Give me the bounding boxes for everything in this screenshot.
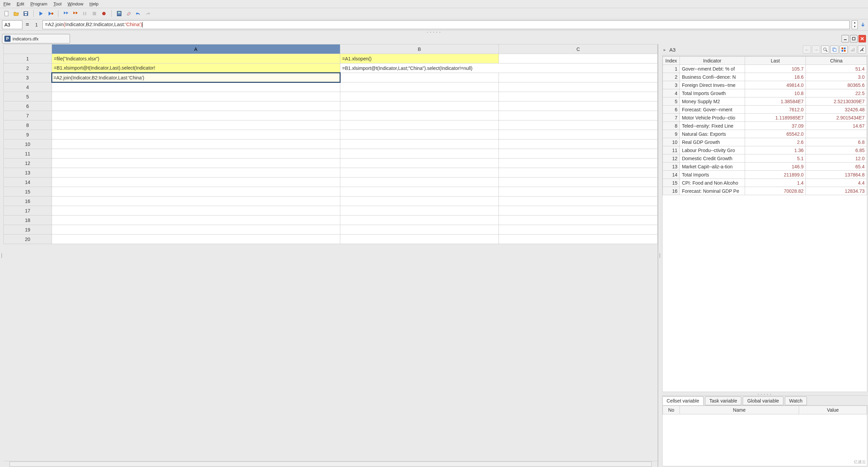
result-last-cell[interactable]: 1.38584E7 bbox=[745, 97, 806, 106]
menu-edit[interactable]: Edit bbox=[17, 1, 24, 6]
grid-cell[interactable] bbox=[499, 120, 658, 130]
result-table[interactable]: IndexIndicatorLastChina 1 Gover--nment D… bbox=[663, 56, 867, 195]
result-china-cell[interactable]: 2.9015434E7 bbox=[806, 114, 867, 122]
grid-cell[interactable] bbox=[52, 130, 340, 139]
row-header[interactable]: 10 bbox=[4, 139, 52, 149]
row-header[interactable]: 17 bbox=[4, 206, 52, 216]
result-china-cell[interactable]: 14.67 bbox=[806, 122, 867, 130]
step-over-icon[interactable] bbox=[62, 10, 69, 17]
row-header[interactable]: 6 bbox=[4, 101, 52, 111]
debug-run-icon[interactable] bbox=[47, 10, 54, 17]
grid-cell[interactable] bbox=[52, 235, 340, 244]
new-file-icon[interactable] bbox=[3, 10, 10, 17]
open-file-icon[interactable] bbox=[13, 10, 20, 17]
grid-cell[interactable]: =B1.xlsimport@t(Indicator,Last;"China").… bbox=[340, 63, 657, 73]
grid-cell[interactable] bbox=[340, 197, 499, 206]
step-into-icon[interactable] bbox=[72, 10, 79, 17]
result-last-cell[interactable]: 49814.0 bbox=[745, 81, 806, 89]
row-header[interactable]: 7 bbox=[4, 111, 52, 120]
grid-corner[interactable] bbox=[4, 44, 52, 54]
grid-cell[interactable] bbox=[499, 216, 658, 225]
result-index-cell[interactable]: 16 bbox=[663, 187, 680, 195]
expand-formula-icon[interactable] bbox=[860, 21, 866, 29]
spinner-down-icon[interactable]: ▼ bbox=[852, 25, 857, 29]
maximize-button[interactable] bbox=[850, 35, 857, 42]
nav-forward-button[interactable]: → bbox=[812, 45, 820, 54]
result-indicator-cell[interactable]: Domestic Credit Growth bbox=[680, 154, 745, 163]
result-last-cell[interactable]: 65542.0 bbox=[745, 130, 806, 138]
row-header[interactable]: 5 bbox=[4, 92, 52, 101]
result-indicator-cell[interactable]: Forecast: Nominal GDP Pe bbox=[680, 187, 745, 195]
grid-cell[interactable] bbox=[499, 158, 658, 168]
grid-cell[interactable] bbox=[340, 178, 499, 187]
grid-cell[interactable] bbox=[499, 139, 658, 149]
row-header[interactable]: 16 bbox=[4, 197, 52, 206]
row-header[interactable]: 18 bbox=[4, 216, 52, 225]
grid-cell[interactable]: =A2.join(Indicator,B2:Indicator,Last:'Ch… bbox=[52, 73, 340, 82]
expand-result-icon[interactable]: ▸ bbox=[664, 47, 666, 52]
result-index-cell[interactable]: 9 bbox=[663, 130, 680, 138]
grid-cell[interactable] bbox=[499, 235, 658, 244]
result-last-cell[interactable]: 1.1189985E7 bbox=[745, 114, 806, 122]
formula-input[interactable]: =A2.join(Indicator,B2:Indicator,Last:'Ch… bbox=[42, 20, 850, 29]
grid-cell[interactable] bbox=[499, 54, 658, 63]
row-header[interactable]: 20 bbox=[4, 235, 52, 244]
grid-cell[interactable]: =B1.xlsimport@t(Indicator,Last).select(I… bbox=[52, 63, 340, 73]
result-index-cell[interactable]: 10 bbox=[663, 138, 680, 146]
result-last-cell[interactable]: 18.6 bbox=[745, 73, 806, 81]
grid-cell[interactable] bbox=[499, 225, 658, 235]
result-last-cell[interactable]: 37.09 bbox=[745, 122, 806, 130]
grid-cell[interactable] bbox=[499, 187, 658, 197]
result-china-cell[interactable]: 32426.48 bbox=[806, 106, 867, 114]
variable-table[interactable]: No Name Value bbox=[663, 406, 867, 414]
result-index-cell[interactable]: 13 bbox=[663, 163, 680, 171]
grid-cell[interactable] bbox=[499, 92, 658, 101]
grid-cell[interactable] bbox=[52, 101, 340, 111]
grid-cell[interactable] bbox=[499, 206, 658, 216]
result-last-cell[interactable]: 70028.82 bbox=[745, 187, 806, 195]
result-indicator-cell[interactable]: Total Imports Growth bbox=[680, 89, 745, 97]
grid-cell[interactable] bbox=[499, 73, 658, 82]
result-last-cell[interactable]: 105.7 bbox=[745, 65, 806, 73]
result-index-cell[interactable]: 14 bbox=[663, 171, 680, 179]
chart-button[interactable] bbox=[849, 45, 857, 54]
result-col-header[interactable]: China bbox=[806, 57, 867, 65]
grid-cell[interactable] bbox=[340, 168, 499, 178]
grid-cell[interactable] bbox=[52, 111, 340, 120]
result-index-cell[interactable]: 3 bbox=[663, 81, 680, 89]
result-index-cell[interactable]: 12 bbox=[663, 154, 680, 163]
row-header[interactable]: 2 bbox=[4, 63, 52, 73]
col-header-C[interactable]: C bbox=[499, 44, 658, 54]
tab-cellset-variable[interactable]: Cellset variable bbox=[662, 396, 704, 405]
grid-cell[interactable] bbox=[52, 139, 340, 149]
row-header[interactable]: 8 bbox=[4, 120, 52, 130]
grid-cell[interactable] bbox=[340, 92, 499, 101]
pause-icon[interactable] bbox=[82, 10, 88, 17]
result-indicator-cell[interactable]: Teled--ensity: Fixed Line bbox=[680, 122, 745, 130]
spinner-up-icon[interactable]: ▲ bbox=[852, 21, 857, 25]
result-indicator-cell[interactable]: Motor Vehicle Produ--ctio bbox=[680, 114, 745, 122]
grid-view-button[interactable] bbox=[839, 45, 848, 54]
breakpoint-icon[interactable] bbox=[101, 10, 107, 17]
result-indicator-cell[interactable]: Forecast: Gover--nment bbox=[680, 106, 745, 114]
grid-cell[interactable] bbox=[52, 216, 340, 225]
grid-cell[interactable] bbox=[52, 82, 340, 92]
grid-cell[interactable] bbox=[499, 82, 658, 92]
result-col-header[interactable]: Indicator bbox=[680, 57, 745, 65]
formula-row-spinner[interactable]: ▲▼ bbox=[852, 20, 858, 29]
result-last-cell[interactable]: 1.4 bbox=[745, 179, 806, 187]
result-indicator-cell[interactable]: Gover--nment Debt: % of bbox=[680, 65, 745, 73]
result-china-cell[interactable]: 3.0 bbox=[806, 73, 867, 81]
zoom-button[interactable] bbox=[821, 45, 829, 54]
result-china-cell[interactable]: 137864.8 bbox=[806, 171, 867, 179]
grid-cell[interactable] bbox=[52, 168, 340, 178]
grid-cell[interactable] bbox=[340, 187, 499, 197]
grid-cell[interactable] bbox=[499, 168, 658, 178]
grid-cell[interactable] bbox=[340, 130, 499, 139]
result-indicator-cell[interactable]: Natural Gas: Exports bbox=[680, 130, 745, 138]
grid-cell[interactable] bbox=[52, 158, 340, 168]
col-header-B[interactable]: B bbox=[340, 44, 499, 54]
grid-cell[interactable] bbox=[340, 120, 499, 130]
result-last-cell[interactable]: 7612.0 bbox=[745, 106, 806, 114]
row-header[interactable]: 4 bbox=[4, 82, 52, 92]
